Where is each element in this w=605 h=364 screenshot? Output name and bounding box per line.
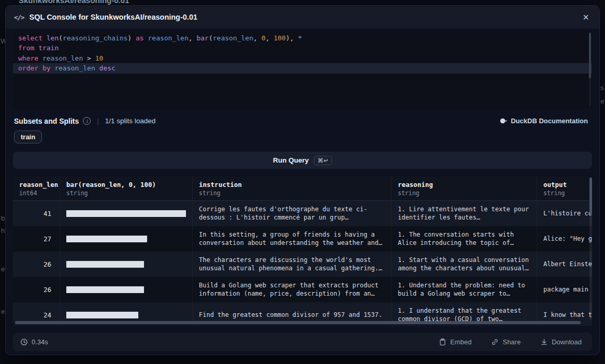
query-time: 0.34s	[20, 338, 48, 346]
modal-title: SQL Console for SkunkworksAI/reasoning-0…	[30, 13, 197, 21]
cell-reasoning: 1. The conversation starts with Alice in…	[392, 226, 537, 252]
clock-icon	[20, 338, 28, 346]
column-header-output[interactable]: outputstring	[537, 177, 592, 200]
background-text-fragment: e	[1, 265, 5, 273]
cell-instruction: In this setting, a group of friends is h…	[193, 226, 392, 252]
cell-reasoning: 1. Start with a casual conversation amon…	[392, 252, 537, 277]
code-line: from train	[13, 43, 592, 53]
duckdb-icon	[499, 117, 507, 125]
horizontal-scrollbar[interactable]	[15, 321, 581, 324]
cell-reason-len: 26	[13, 252, 60, 277]
cell-output: L'histoire co informatique	[537, 201, 592, 226]
query-time-value: 0.34s	[32, 338, 48, 346]
code-icon: </>	[14, 13, 24, 21]
embed-icon	[439, 338, 446, 346]
subsets-and-splits-row: Subsets and Splits i | 1/1 splits loaded…	[14, 116, 591, 126]
column-header-bar-reason-len-0-100-[interactable]: bar(reason_len, 0, 100)string	[60, 177, 193, 200]
table-row[interactable]: 26The characters are discussing the worl…	[13, 252, 592, 277]
bar-glyph	[66, 261, 144, 268]
info-icon[interactable]: i	[83, 117, 91, 125]
duckdb-docs-label: DuckDB Documentation	[511, 117, 588, 125]
background-page-heading: SkunkworksAI/reasoning-0.01	[19, 0, 129, 5]
background-text-fragment: h	[1, 227, 5, 235]
cell-reason-len: 27	[13, 226, 60, 252]
bar-glyph	[66, 210, 186, 217]
sql-console-modal: </> SQL Console for SkunkworksAI/reasoni…	[5, 5, 600, 355]
column-header-reason-len[interactable]: reason_lenint64	[13, 177, 60, 200]
table-row[interactable]: 41Corrige les fautes d'orthographe du te…	[13, 201, 592, 226]
table-row[interactable]: 27In this setting, a group of friends is…	[13, 226, 592, 252]
code-line: select len(reasoning_chains) as reason_l…	[13, 33, 592, 43]
cell-reason-len: 26	[13, 277, 60, 302]
cell-bar	[60, 226, 193, 252]
bar-glyph	[66, 236, 147, 242]
bar-glyph	[66, 286, 144, 293]
divider: |	[97, 117, 99, 125]
footer-actions: Embed Share	[436, 338, 585, 346]
background-text-fragment: e	[1, 308, 5, 315]
subsets-label: Subsets and Splits	[14, 117, 79, 125]
link-icon	[491, 338, 499, 346]
cell-reasoning: 1. Lire attentivement le texte pour iden…	[392, 201, 537, 226]
splits-loaded-text: 1/1 splits loaded	[105, 117, 156, 125]
table-row[interactable]: 26Build a Golang web scraper that extrac…	[13, 277, 592, 302]
modal-header: </> SQL Console for SkunkworksAI/reasoni…	[6, 6, 599, 28]
split-chip-train[interactable]: train	[14, 130, 42, 143]
cell-bar	[60, 201, 193, 226]
column-header-instruction[interactable]: instructionstring	[193, 177, 392, 200]
vertical-scrollbar-thumb[interactable]	[589, 178, 592, 215]
cell-bar	[60, 277, 193, 302]
background-text-fragment: e	[600, 97, 604, 105]
run-query-label: Run Query	[273, 156, 309, 164]
background-text-fragment: b	[1, 214, 5, 222]
download-icon	[540, 338, 548, 346]
duckdb-docs-link[interactable]: DuckDB Documentation	[496, 117, 591, 125]
download-button[interactable]: Download	[537, 338, 585, 346]
cell-instruction: The characters are discussing the world'…	[193, 252, 392, 277]
code-line: order by reason_len desc	[13, 63, 592, 73]
column-header-reasoning[interactable]: reasoningstring	[392, 177, 537, 200]
cell-reasoning: 1. Understand the problem: need to build…	[392, 277, 537, 302]
cell-output: package main "io/ioutil" "	[537, 277, 592, 302]
results-table: reason_lenint64bar(reason_len, 0, 100)st…	[13, 177, 592, 326]
cell-reason-len: 41	[13, 201, 60, 226]
download-label: Download	[552, 338, 582, 346]
background-text-fragment: s	[600, 84, 604, 92]
close-button[interactable]: ×	[581, 11, 591, 23]
share-button[interactable]: Share	[488, 338, 524, 346]
embed-label: Embed	[450, 338, 471, 346]
cell-instruction: Build a Golang web scraper that extracts…	[193, 277, 392, 302]
editor-scrollbar-thumb[interactable]	[589, 33, 591, 78]
split-chips: train	[14, 130, 591, 144]
cell-output: Albert Einste place called	[537, 252, 592, 277]
cell-bar	[60, 252, 193, 277]
code-line: where reason_len > 10	[13, 53, 592, 63]
share-label: Share	[502, 338, 521, 346]
table-header-row: reason_lenint64bar(reason_len, 0, 100)st…	[13, 177, 592, 201]
run-query-button[interactable]: Run Query ⌘↵	[13, 152, 592, 169]
cell-output: Alice: "Hey g meteorologist	[537, 226, 592, 252]
run-query-shortcut: ⌘↵	[314, 156, 332, 165]
bar-glyph	[66, 312, 138, 318]
sql-editor[interactable]: select len(reasoning_chains) as reason_l…	[13, 31, 592, 109]
modal-footer: 0.34s Embed	[13, 332, 592, 351]
cell-instruction: Corrige les fautes d'orthographe du text…	[193, 201, 392, 226]
embed-button[interactable]: Embed	[436, 338, 474, 346]
